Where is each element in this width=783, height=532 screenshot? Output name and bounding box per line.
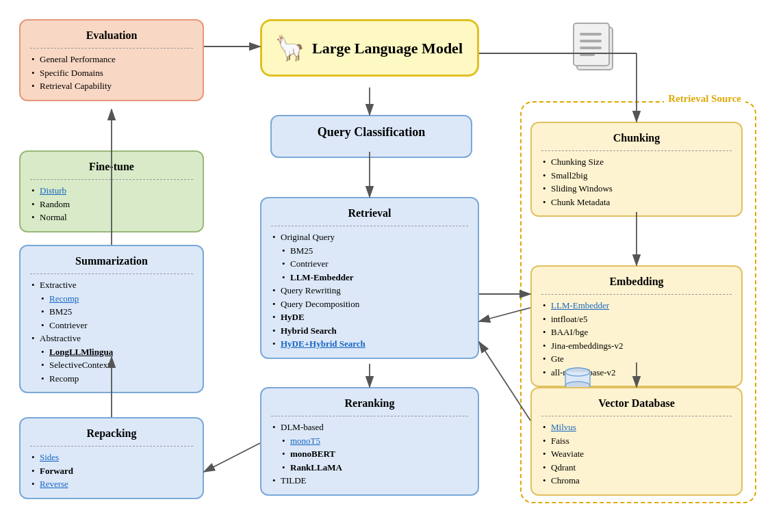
embed-jina: Jina-embeddings-v2 <box>541 339 732 353</box>
summ-bm25: BM25 <box>30 305 193 319</box>
retrieval-list: Original Query BM25 Contriever LLM-Embed… <box>271 230 468 351</box>
embed-llm: LLM-Embedder <box>541 299 732 312</box>
evaluation-title: Evaluation <box>30 27 193 49</box>
repacking-box: Repacking Sides Forward Reverse <box>19 417 204 499</box>
vecdb-weaviate: Weaviate <box>541 447 732 461</box>
chunking-small2big: Small2big <box>541 169 732 183</box>
retrieval-bm25: BM25 <box>271 244 468 258</box>
evaluation-box: Evaluation General Performance Specific … <box>19 19 204 101</box>
document-icon <box>572 19 619 77</box>
llama-icon: 🦙 <box>274 29 305 66</box>
finetune-box: Fine-tune Disturb Random Normal <box>19 150 204 232</box>
query-classification-box: Query Classification <box>270 115 472 158</box>
summ-abstractive: Abstractive <box>30 332 193 345</box>
retrieval-decomp: Query Decomposition <box>271 297 468 311</box>
retrieval-contriever: Contriever <box>271 257 468 271</box>
chunking-title: Chunking <box>541 130 732 151</box>
chunking-box: Chunking Chunking Size Small2big Sliding… <box>530 122 743 217</box>
retrieval-hybrid: Hybrid Search <box>271 324 468 338</box>
finetune-item-1: Disturb <box>30 184 193 198</box>
repack-sides: Sides <box>30 451 193 464</box>
eval-item-3: Retrieval Capability <box>30 79 193 93</box>
reranking-monot5: monoT5 <box>271 434 468 448</box>
vecdb-title: Vector Database <box>541 395 732 416</box>
vector-database-box: Vector Database Milvus Faiss Weaviate Qd… <box>530 387 743 496</box>
eval-item-1: General Performance <box>30 53 193 66</box>
svg-rect-4 <box>580 46 602 49</box>
summ-selective: SelectiveContext <box>30 358 193 372</box>
repack-forward: Forward <box>30 464 193 478</box>
retrieval-llm-embedder: LLM-Embedder <box>271 271 468 284</box>
summ-title: Summarization <box>30 253 193 274</box>
embed-gte: Gte <box>541 352 732 366</box>
chunking-size: Chunking Size <box>541 155 732 169</box>
chunking-meta: Chunk Metadata <box>541 196 732 209</box>
vecdb-chroma: Chroma <box>541 474 732 488</box>
reranking-rankllama: RankLLaMA <box>271 461 468 475</box>
eval-item-2: Specific Domains <box>30 66 193 80</box>
embed-intfloat: intfloat/e5 <box>541 312 732 326</box>
finetune-title: Fine-tune <box>30 159 193 180</box>
vecdb-qdrant: Qdrant <box>541 461 732 475</box>
summarization-box: Summarization Extractive Recomp BM25 Con… <box>19 245 204 393</box>
retrieval-hyde-hybrid: HyDE+Hybrid Search <box>271 337 468 351</box>
vecdb-list: Milvus Faiss Weaviate Qdrant Chroma <box>541 421 732 488</box>
reranking-list: DLM-based monoT5 monoBERT RankLLaMA TILD… <box>271 421 468 488</box>
repack-reverse: Reverse <box>30 477 193 491</box>
svg-rect-1 <box>574 23 609 66</box>
retrieval-source-label: Retrieval Source <box>664 93 745 105</box>
retrieval-hyde: HyDE <box>271 310 468 324</box>
finetune-list: Disturb Random Normal <box>30 184 193 224</box>
summ-list: Extractive Recomp BM25 Contriever Abstra… <box>30 278 193 385</box>
retrieval-orig: Original Query <box>271 230 468 244</box>
retrieval-box: Retrieval Original Query BM25 Contriever… <box>260 197 479 359</box>
evaluation-list: General Performance Specific Domains Ret… <box>30 53 193 93</box>
llm-box: 🦙 Large Language Model <box>260 19 479 77</box>
finetune-item-2: Random <box>30 198 193 211</box>
reranking-dlm: DLM-based <box>271 421 468 434</box>
reranking-title: Reranking <box>271 395 468 416</box>
embedding-title: Embedding <box>541 274 732 295</box>
summ-contriever: Contriever <box>30 319 193 332</box>
diagram: Evaluation General Performance Specific … <box>0 0 783 532</box>
summ-recomp: Recomp <box>30 292 193 306</box>
summ-longllm: LongLLMlingua <box>30 345 193 359</box>
chunking-list: Chunking Size Small2big Sliding Windows … <box>541 155 732 209</box>
summ-recomp2: Recomp <box>30 372 193 386</box>
chunking-sliding: Sliding Windows <box>541 182 732 196</box>
retrieval-rewriting: Query Rewriting <box>271 284 468 297</box>
repack-title: Repacking <box>30 425 193 447</box>
retrieval-title: Retrieval <box>271 205 468 226</box>
svg-line-18 <box>204 443 260 472</box>
vecdb-faiss: Faiss <box>541 434 732 448</box>
svg-rect-5 <box>580 53 595 56</box>
vecdb-milvus: Milvus <box>541 421 732 434</box>
reranking-monobert: monoBERT <box>271 447 468 461</box>
embed-baai: BAAI/bge <box>541 325 732 339</box>
reranking-box: Reranking DLM-based monoT5 monoBERT Rank… <box>260 387 479 496</box>
svg-rect-2 <box>580 33 602 36</box>
summ-extractive: Extractive <box>30 278 193 292</box>
svg-rect-3 <box>580 40 602 42</box>
llm-title: Large Language Model <box>312 37 463 59</box>
reranking-tilde: TILDE <box>271 474 468 488</box>
qc-title: Query Classification <box>281 123 461 146</box>
repack-list: Sides Forward Reverse <box>30 451 193 491</box>
finetune-item-3: Normal <box>30 211 193 224</box>
